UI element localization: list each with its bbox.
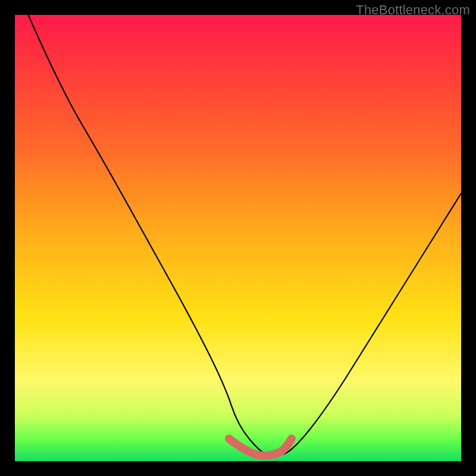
bottleneck-curve-path	[29, 15, 462, 456]
watermark-text: TheBottleneck.com	[356, 2, 470, 18]
curve-layer	[15, 15, 461, 461]
chart-frame: TheBottleneck.com	[0, 0, 476, 476]
plot-area	[15, 15, 461, 461]
optimal-zone-path	[229, 439, 292, 456]
